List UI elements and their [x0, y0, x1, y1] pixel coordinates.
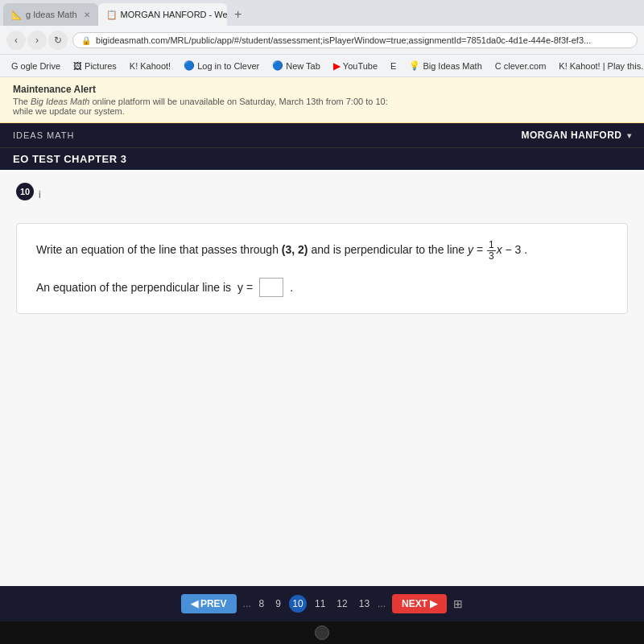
- maintenance-suffix: online platform will be unavailable on S…: [89, 97, 387, 106]
- fraction: 13: [487, 240, 496, 262]
- kahoot-play-icon: K!: [559, 61, 567, 71]
- ideas-math-header: IDEAS MATH MORGAN HANFORD ▾: [0, 123, 644, 147]
- clevercom-icon: C: [495, 61, 502, 71]
- bookmark-pictures[interactable]: 🖼 Pictures: [68, 60, 122, 72]
- dots-left: ...: [243, 598, 251, 609]
- next-label: NEXT ▶: [402, 598, 437, 609]
- tab-label-morgan: MORGAN HANFORD - Weekly As: [121, 10, 227, 19]
- info-icon[interactable]: i: [39, 189, 41, 200]
- address-bar: ‹ › ↻ 🔒 bigideasmath.com/MRL/public/app/…: [0, 26, 644, 55]
- user-info[interactable]: MORGAN HANFORD ▾: [522, 130, 632, 141]
- chapter-title-bar: EO TEST CHAPTER 3: [0, 147, 644, 170]
- page-9[interactable]: 9: [272, 597, 284, 611]
- maintenance-body: The Big Ideas Math online platform will …: [13, 97, 631, 116]
- page-numbers: ... 8 9 10 11 12 13 ...: [243, 595, 386, 613]
- answer-eq: y =: [237, 281, 253, 294]
- bookmark-google-drive[interactable]: G ogle Drive: [6, 60, 65, 72]
- maintenance-extra: while we update our system.: [13, 106, 125, 116]
- browser-window: 📐 g Ideas Math ✕ 📋 MORGAN HANFORD - Week…: [0, 0, 644, 621]
- bookmark-newtab[interactable]: 🔵 New Tab: [267, 59, 325, 72]
- page-11[interactable]: 11: [312, 597, 328, 611]
- question-text-middle: and is perpendicular to the line: [311, 243, 464, 256]
- bookmark-label-pictures: Pictures: [85, 61, 117, 71]
- question-number-badge: 10: [16, 183, 34, 200]
- bigideas-icon: 💡: [409, 60, 420, 71]
- url-bar[interactable]: 🔒 bigideasmath.com/MRL/public/app/#/stud…: [72, 32, 638, 48]
- maintenance-brand: Big Ideas Math: [31, 97, 89, 106]
- dots-right: ...: [378, 598, 386, 609]
- url-text: bigideasmath.com/MRL/public/app/#/studen…: [96, 35, 591, 45]
- ideas-math-logo: IDEAS MATH: [13, 130, 74, 140]
- bookmark-label-clever: Log in to Clever: [197, 61, 259, 71]
- bookmark-label-bigideas: Big Ideas Math: [423, 61, 481, 71]
- chapter-title: EO TEST CHAPTER 3: [13, 153, 126, 165]
- maintenance-title: Maintenance Alert: [13, 84, 631, 95]
- tab-icon-morgan: 📋: [106, 10, 118, 20]
- tab-label-ideas: g Ideas Math: [26, 10, 77, 19]
- forward-button[interactable]: ›: [27, 31, 47, 50]
- nav-buttons: ‹ › ↻: [6, 31, 68, 50]
- maintenance-prefix: The: [13, 97, 31, 106]
- page-content: Maintenance Alert The Big Ideas Math onl…: [0, 77, 644, 621]
- bookmark-bigideasmath[interactable]: 💡 Big Ideas Math: [404, 59, 486, 72]
- tab-close-ideas[interactable]: ✕: [84, 10, 90, 19]
- answer-input-box[interactable]: [259, 278, 283, 297]
- fraction-denominator: 3: [487, 251, 496, 262]
- tab-bar: 📐 g Ideas Math ✕ 📋 MORGAN HANFORD - Week…: [0, 0, 644, 26]
- chevron-down-icon: ▾: [627, 131, 632, 140]
- username-label: MORGAN HANFORD: [522, 130, 622, 141]
- maintenance-alert: Maintenance Alert The Big Ideas Math onl…: [0, 77, 644, 123]
- question-point: (3, 2): [282, 243, 312, 256]
- question-number-row: 10 i: [16, 183, 628, 207]
- answer-prefix: An equation of the perpendicular line is: [36, 281, 231, 294]
- bottom-navigation: ◀ PREV ... 8 9 10 11 12 13 ... NEXT ▶ ⊞: [0, 586, 644, 621]
- bookmark-label-youtube: YouTube: [343, 61, 378, 71]
- bookmark-e[interactable]: E: [386, 60, 401, 72]
- new-tab-button[interactable]: +: [227, 3, 250, 26]
- bookmark-label-kahoot: Kahoot!: [140, 61, 171, 71]
- screen: 📐 g Ideas Math ✕ 📋 MORGAN HANFORD - Week…: [0, 0, 644, 644]
- bookmark-label-clevercom: clever.com: [504, 61, 547, 71]
- question-text-before: Write an equation of the line that passe…: [36, 243, 279, 256]
- fraction-numerator: 1: [487, 240, 496, 251]
- google-drive-icon: G: [11, 61, 19, 71]
- prev-label: ◀ PREV: [191, 598, 227, 609]
- bookmark-kahoot[interactable]: K! Kahoot!: [125, 60, 175, 72]
- question-area: 10 i Write an equation of the line that …: [0, 170, 644, 586]
- next-button[interactable]: NEXT ▶: [392, 594, 447, 613]
- answer-row: An equation of the perpendicular line is…: [36, 278, 608, 297]
- bookmark-clevercom[interactable]: C clever.com: [490, 60, 551, 72]
- bookmark-clever[interactable]: 🔵 Log in to Clever: [179, 59, 264, 72]
- prev-button[interactable]: ◀ PREV: [181, 594, 237, 613]
- page-12[interactable]: 12: [333, 597, 350, 611]
- question-text: Write an equation of the line that passe…: [36, 240, 608, 262]
- refresh-button[interactable]: ↻: [48, 31, 68, 50]
- bookmark-label-kahoot-play: Kahoot! | Play this...: [570, 61, 644, 71]
- bookmarks-bar: G ogle Drive 🖼 Pictures K! Kahoot! 🔵 Log…: [0, 55, 644, 77]
- tab-morgan[interactable]: 📋 MORGAN HANFORD - Weekly As ✕: [98, 3, 227, 26]
- bookmark-kahoot-play[interactable]: K! Kahoot! | Play this...: [554, 60, 644, 72]
- bookmark-label-drive: ogle Drive: [21, 61, 61, 71]
- laptop-taskbar: [0, 621, 644, 644]
- question-period: .: [524, 243, 527, 256]
- tab-icon-ideas: 📐: [11, 10, 23, 20]
- lock-icon: 🔒: [81, 36, 91, 45]
- question-text-box: Write an equation of the line that passe…: [16, 223, 628, 314]
- bookmark-youtube[interactable]: ▶ YouTube: [328, 59, 382, 73]
- bookmark-label-newtab: New Tab: [286, 61, 320, 71]
- tab-ideas-math[interactable]: 📐 g Ideas Math ✕: [3, 3, 98, 26]
- kahoot-icon: K!: [130, 61, 138, 71]
- youtube-icon: ▶: [333, 60, 341, 72]
- grid-icon[interactable]: ⊞: [453, 597, 463, 610]
- clever-icon: 🔵: [184, 60, 195, 71]
- newtab-icon: 🔵: [272, 60, 283, 71]
- page-10-active[interactable]: 10: [289, 595, 307, 613]
- pictures-icon: 🖼: [73, 61, 82, 71]
- taskbar-circle: [315, 625, 329, 640]
- question-equation: y = 13x − 3: [468, 243, 524, 256]
- e-icon: E: [390, 61, 396, 71]
- answer-period: .: [290, 281, 293, 294]
- back-button[interactable]: ‹: [6, 31, 26, 50]
- page-8[interactable]: 8: [256, 597, 268, 611]
- page-13[interactable]: 13: [356, 597, 373, 611]
